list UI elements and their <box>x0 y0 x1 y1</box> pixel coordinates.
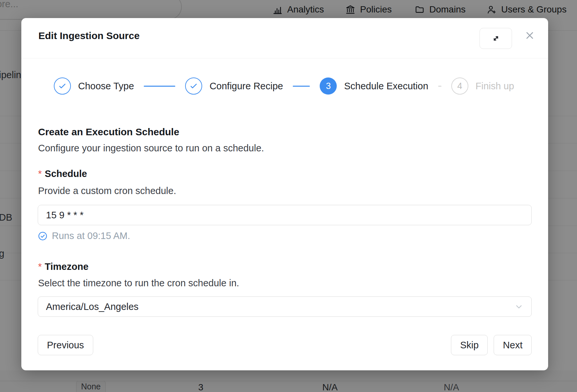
timezone-field-label: *Timezone <box>38 261 532 272</box>
modal-body: Create an Execution Schedule Configure y… <box>21 126 548 355</box>
cron-schedule-input[interactable] <box>38 205 532 225</box>
section-description: Configure your ingestion source to run o… <box>38 142 532 154</box>
modal-footer: Previous Skip Next <box>38 335 532 355</box>
schedule-field-help: Provide a custom cron schedule. <box>38 185 532 196</box>
check-icon <box>189 82 198 90</box>
schedule-field-label: *Schedule <box>38 168 532 179</box>
required-marker: * <box>38 261 42 272</box>
step-number: 4 <box>457 81 462 91</box>
step-4-label[interactable]: Finish up <box>476 81 514 92</box>
check-icon <box>58 82 67 90</box>
cron-preview: Runs at 09:15 AM. <box>38 230 532 241</box>
cron-preview-text: Runs at 09:15 AM. <box>52 230 130 241</box>
section-heading: Create an Execution Schedule <box>38 126 532 138</box>
close-icon <box>525 31 535 40</box>
modal-title: Edit Ingestion Source <box>38 30 139 42</box>
modal-header: Edit Ingestion Source <box>21 18 548 58</box>
close-button[interactable] <box>524 30 535 41</box>
next-button[interactable]: Next <box>494 335 532 355</box>
edit-ingestion-source-modal: Edit Ingestion Source Choose Type <box>21 18 548 370</box>
timezone-field-help: Select the timezone to run the cron sche… <box>38 277 532 289</box>
step-connector <box>144 86 175 87</box>
previous-button[interactable]: Previous <box>38 335 93 355</box>
timezone-select[interactable]: America/Los_Angeles <box>38 296 532 317</box>
expand-button[interactable] <box>480 28 512 49</box>
wizard-stepper: Choose Type Configure Recipe 3 Schedule … <box>54 77 535 95</box>
step-number: 3 <box>326 81 331 91</box>
step-1-circle[interactable] <box>54 77 71 95</box>
check-circle-icon <box>38 231 48 241</box>
required-marker: * <box>38 168 42 179</box>
step-connector <box>293 86 310 87</box>
timezone-selected-value: America/Los_Angeles <box>46 301 139 312</box>
step-3-label[interactable]: Schedule Execution <box>344 81 428 92</box>
step-connector <box>438 86 441 87</box>
step-3-circle[interactable]: 3 <box>320 77 337 95</box>
chevron-down-icon <box>514 302 524 311</box>
app-screen: , & more... Analytics Policies Domains <box>0 0 577 392</box>
step-2-label[interactable]: Configure Recipe <box>209 81 283 92</box>
step-1-label[interactable]: Choose Type <box>78 81 134 92</box>
skip-button[interactable]: Skip <box>451 335 488 355</box>
expand-icon <box>491 34 501 43</box>
step-2-circle[interactable] <box>185 77 202 95</box>
step-4-circle[interactable]: 4 <box>451 77 468 95</box>
